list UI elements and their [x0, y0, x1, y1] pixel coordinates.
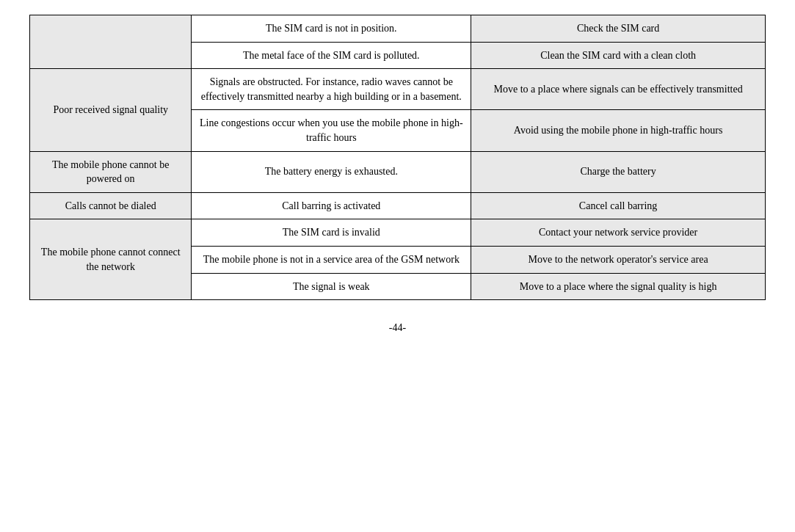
solution-cell: Clean the SIM card with a clean cloth — [471, 42, 766, 69]
issue-cell: The mobile phone cannot be powered on — [30, 151, 192, 192]
cause-cell: Call barring is activated — [192, 192, 471, 219]
table-row: The mobile phone cannot be powered on Th… — [30, 151, 766, 192]
table-row: Poor received signal quality Signals are… — [30, 69, 766, 110]
table-row: Calls cannot be dialed Call barring is a… — [30, 192, 766, 219]
solution-cell: Avoid using the mobile phone in high-tra… — [471, 110, 766, 151]
cause-cell: The SIM card is invalid — [192, 219, 471, 247]
issue-cell: The mobile phone cannot connect the netw… — [30, 219, 192, 300]
cause-cell: The metal face of the SIM card is pollut… — [192, 42, 471, 69]
table-row: The SIM card is not in position. Check t… — [30, 15, 766, 43]
solution-cell: Move to a place where the signal quality… — [471, 273, 766, 300]
solution-cell: Charge the battery — [471, 151, 766, 192]
issue-cell: Calls cannot be dialed — [30, 192, 192, 219]
table-row: The mobile phone cannot connect the netw… — [30, 219, 766, 247]
solution-cell: Cancel call barring — [471, 192, 766, 219]
cause-cell: The battery energy is exhausted. — [192, 151, 471, 192]
solution-cell: Move to the network operator's service a… — [471, 246, 766, 273]
issue-cell — [30, 15, 192, 69]
page-number: -44- — [389, 322, 406, 334]
issue-cell: Poor received signal quality — [30, 69, 192, 151]
solution-cell: Contact your network service provider — [471, 219, 766, 247]
cause-cell: The SIM card is not in position. — [192, 15, 471, 43]
troubleshooting-table: The SIM card is not in position. Check t… — [29, 15, 766, 300]
cause-cell: The signal is weak — [192, 273, 471, 300]
cause-cell: Line congestions occur when you use the … — [192, 110, 471, 151]
cause-cell: Signals are obstructed. For instance, ra… — [192, 69, 471, 110]
solution-cell: Check the SIM card — [471, 15, 766, 43]
main-table-wrapper: The SIM card is not in position. Check t… — [29, 15, 766, 300]
solution-cell: Move to a place where signals can be eff… — [471, 69, 766, 110]
cause-cell: The mobile phone is not in a service are… — [192, 246, 471, 273]
